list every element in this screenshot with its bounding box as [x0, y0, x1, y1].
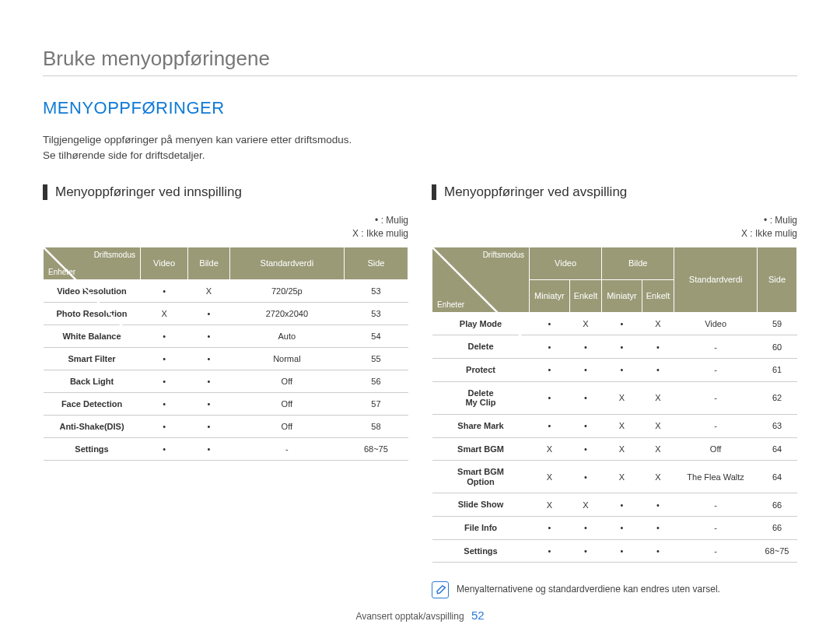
cell: •: [188, 415, 230, 437]
diag-bottom: Enheter: [48, 268, 75, 276]
legend-possible: • : Mulig: [432, 214, 797, 227]
cell: •: [569, 414, 601, 437]
table-row: Settings••-68~75: [44, 437, 408, 460]
table-row: Smart BGMX•XXOff64: [432, 437, 797, 461]
cell: -: [674, 493, 758, 517]
recording-table: Driftsmodus Enheter Video Bilde Standard…: [43, 247, 408, 461]
table-row: Share Mark••XX-63: [432, 414, 797, 437]
cell: •: [141, 415, 188, 437]
cell: •: [569, 335, 601, 359]
sub-enkelt-b: Enkelt: [642, 279, 674, 312]
cell: X: [530, 461, 570, 493]
cell: •: [530, 517, 570, 540]
cell: -: [674, 381, 758, 414]
cell: 56: [344, 370, 408, 392]
table-row: Smart Filter••Normal55: [44, 347, 408, 370]
row-name: Share Mark: [432, 414, 530, 437]
cell: -: [229, 437, 344, 460]
cell: 60: [758, 335, 797, 359]
cell: •: [141, 392, 188, 415]
cell: X: [569, 312, 601, 335]
sub-enkelt-v: Enkelt: [569, 279, 601, 312]
playback-title: Menyoppføringer ved avspilling: [432, 184, 797, 200]
cell: X: [642, 381, 674, 414]
cell: 68~75: [344, 437, 408, 460]
cell: 66: [758, 517, 797, 540]
page-footer: Avansert opptak/avspilling 52: [0, 609, 840, 622]
playback-table: Driftsmodus Enheter Video Bilde Standard…: [432, 247, 797, 563]
cell: •: [141, 437, 188, 460]
cell: •: [569, 437, 601, 461]
col-bilde: Bilde: [188, 247, 230, 279]
row-name: Anti-Shake(DIS): [44, 415, 141, 437]
col-side: Side: [344, 247, 408, 279]
cell: •: [188, 325, 230, 347]
cell: •: [602, 539, 642, 563]
table-row: File Info••••-66: [432, 517, 797, 540]
cell: •: [188, 370, 230, 392]
cell: •: [642, 517, 674, 540]
cell: •: [188, 437, 230, 460]
page-number: 52: [471, 609, 485, 622]
cell: X: [602, 414, 642, 437]
cell: 55: [344, 347, 408, 370]
row-name: Settings: [432, 539, 530, 563]
cell: 53: [344, 302, 408, 325]
row-name: Face Detection: [44, 392, 141, 415]
footer-text: Avansert opptak/avspilling: [355, 611, 464, 622]
intro-line-2: Se tilhørende side for driftsdetaljer.: [43, 148, 797, 163]
cell: 57: [344, 392, 408, 415]
cell: Off: [229, 415, 344, 437]
table-row: Anti-Shake(DIS)••Off58: [44, 415, 408, 437]
table-row: Delete My Clip••XX-62: [432, 381, 797, 414]
cell: •: [569, 539, 601, 563]
cell: -: [674, 517, 758, 540]
cell: -: [674, 414, 758, 437]
table-row: Face Detection••Off57: [44, 392, 408, 415]
col-video: Video: [530, 247, 602, 279]
cell: •: [602, 335, 642, 359]
cell: X: [642, 414, 674, 437]
table-row: Smart BGM OptionX•XXThe Flea Waltz64: [432, 461, 797, 493]
cell: Off: [229, 392, 344, 415]
row-name: Smart BGM Option: [432, 461, 530, 493]
diag-header: Driftsmodus Enheter: [44, 247, 141, 279]
table-row: Settings••••-68~75: [432, 539, 797, 563]
col-standard: Standardverdi: [229, 247, 344, 279]
cell: •: [642, 335, 674, 359]
cell: •: [602, 359, 642, 382]
cell: •: [642, 539, 674, 563]
legend-left: • : Mulig X : Ikke mulig: [43, 214, 408, 240]
section-title: MENYOPPFØRINGER: [43, 98, 797, 118]
page-title: Bruke menyoppføringene: [43, 47, 797, 76]
col-standard: Standardverdi: [674, 247, 758, 312]
legend-not-possible: X : Ikke mulig: [432, 227, 797, 240]
legend-not-possible: X : Ikke mulig: [43, 227, 408, 240]
cell: X: [642, 312, 674, 335]
cell: •: [602, 493, 642, 517]
cell: 66: [758, 493, 797, 517]
cell: •: [602, 517, 642, 540]
cell: 2720x2040: [229, 302, 344, 325]
cell: •: [569, 461, 601, 493]
cell: X: [642, 437, 674, 461]
cell: 64: [758, 437, 797, 461]
cell: Off: [229, 370, 344, 392]
note-row: Menyalternativene og standardverdiene ka…: [432, 581, 797, 598]
cell: •: [569, 517, 601, 540]
diag-top: Driftsmodus: [483, 251, 524, 259]
cell: Off: [674, 437, 758, 461]
cell: X: [530, 437, 570, 461]
cell: X: [188, 279, 230, 302]
diag-bottom: Enheter: [437, 300, 464, 309]
row-name: Delete My Clip: [432, 381, 530, 414]
row-name: Back Light: [44, 370, 141, 392]
diag-top: Driftsmodus: [94, 251, 135, 259]
cell: X: [602, 437, 642, 461]
cell: •: [188, 392, 230, 415]
intro-line-1: Tilgjengelige oppføringer på menyen kan …: [43, 132, 797, 148]
cell: •: [602, 312, 642, 335]
cell: 54: [344, 325, 408, 347]
col-video: Video: [141, 247, 188, 279]
row-name: Protect: [432, 359, 530, 382]
